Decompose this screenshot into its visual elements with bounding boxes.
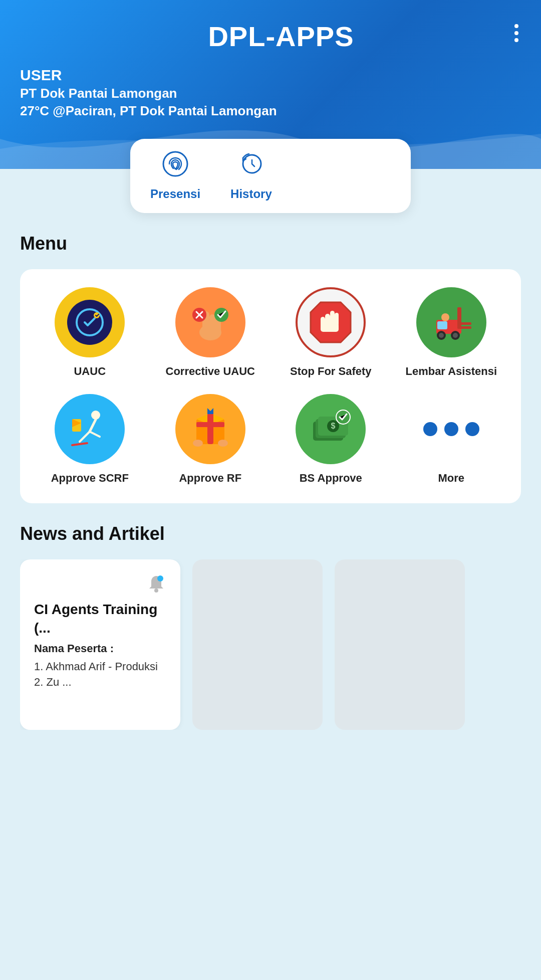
svg-point-37 [193, 440, 203, 447]
menu-item-approve-rf[interactable]: Approve RF [153, 394, 268, 486]
corrective-uauc-icon-circle [175, 287, 245, 357]
menu-button[interactable] [512, 20, 521, 45]
dot-3 [514, 38, 518, 42]
dot-2 [514, 31, 518, 35]
tab-history-label: History [230, 187, 272, 201]
svg-marker-39 [207, 408, 213, 414]
svg-rect-20 [457, 322, 471, 325]
news-card-placeholder-1 [192, 559, 323, 730]
menu-item-bs-approve[interactable]: $ BS Approve [273, 394, 389, 486]
bs-approve-icon-circle: $ [296, 394, 366, 464]
lembar-asistensi-label: Lembar Asistensi [405, 364, 497, 379]
uauc-label: UAUC [74, 364, 106, 379]
menu-item-lembar-asistensi[interactable]: Lembar Asistensi [394, 287, 509, 379]
svg-rect-16 [321, 323, 339, 332]
approve-rf-icon-circle [175, 394, 245, 464]
dot-1 [514, 24, 518, 28]
svg-rect-25 [437, 321, 447, 329]
news-card-placeholder-2 [335, 559, 465, 730]
svg-line-29 [80, 432, 90, 442]
svg-point-24 [453, 333, 458, 338]
lembar-asistensi-icon-circle [416, 287, 486, 357]
tab-presensi-label: Presensi [150, 187, 200, 201]
approve-scrf-icon-circle [55, 394, 125, 464]
approve-rf-label: Approve RF [179, 471, 241, 486]
menu-item-more[interactable]: More [394, 394, 509, 486]
svg-line-28 [90, 420, 96, 432]
menu-section: Menu UAUC [20, 233, 521, 503]
svg-rect-36 [196, 422, 224, 427]
svg-rect-19 [457, 326, 471, 329]
history-icon [238, 151, 264, 182]
svg-point-38 [218, 440, 228, 447]
more-dot-3 [465, 422, 479, 436]
tab-presensi[interactable]: Presensi [150, 151, 200, 201]
more-dots [423, 394, 479, 464]
uauc-icon-circle [55, 287, 125, 357]
svg-rect-35 [207, 413, 213, 444]
app-title: DPL-APPS [50, 20, 512, 53]
user-role-label: USER [20, 67, 521, 84]
svg-text:$: $ [331, 422, 336, 430]
news-card-1-body: 1. Akhmad Arif - Produksi2. Zu ... [34, 659, 166, 690]
main-content: Menu UAUC [0, 213, 541, 750]
svg-rect-6 [209, 314, 215, 333]
menu-item-corrective-uauc[interactable]: Corrective UAUC [153, 287, 268, 379]
more-dot-1 [423, 422, 437, 436]
menu-item-uauc[interactable]: UAUC [32, 287, 148, 379]
header-top: DPL-APPS [20, 20, 521, 53]
news-title: News and Artikel [20, 523, 521, 544]
svg-point-0 [163, 152, 187, 176]
news-card-1[interactable]: CI Agents Training (... Nama Peserta : 1… [20, 559, 180, 730]
news-section: News and Artikel CI Agents Training (...… [20, 523, 521, 730]
svg-rect-13 [330, 311, 335, 325]
news-card-1-subtitle: Nama Peserta : [34, 642, 166, 655]
stop-for-safety-label: Stop For Safety [290, 364, 372, 379]
menu-item-stop-for-safety[interactable]: Stop For Safety [273, 287, 389, 379]
tab-card-wrapper: Presensi History [0, 139, 541, 213]
more-dot-2 [444, 422, 458, 436]
svg-line-31 [72, 443, 87, 445]
menu-title: Menu [20, 233, 521, 254]
more-label: More [438, 471, 464, 486]
svg-point-26 [441, 313, 449, 321]
user-company: PT Dok Pantai Lamongan [20, 86, 521, 101]
svg-line-30 [90, 432, 100, 437]
fingerprint-icon [162, 151, 188, 182]
svg-point-47 [157, 575, 163, 581]
tab-history[interactable]: History [230, 151, 272, 201]
stop-for-safety-icon-circle [296, 287, 366, 357]
news-cards: CI Agents Training (... Nama Peserta : 1… [20, 559, 521, 730]
news-card-1-title: CI Agents Training (... [34, 601, 166, 637]
svg-point-22 [439, 333, 444, 338]
tab-card: Presensi History [130, 139, 411, 213]
approve-scrf-label: Approve SCRF [51, 471, 129, 486]
news-card-bell-icon [34, 573, 166, 594]
svg-point-46 [154, 589, 158, 593]
svg-point-3 [94, 312, 100, 318]
corrective-uauc-label: Corrective UAUC [166, 364, 255, 379]
svg-point-27 [91, 411, 100, 420]
menu-item-approve-scrf[interactable]: Approve SCRF [32, 394, 148, 486]
bs-approve-label: BS Approve [300, 471, 362, 486]
menu-grid: UAUC [20, 269, 521, 503]
